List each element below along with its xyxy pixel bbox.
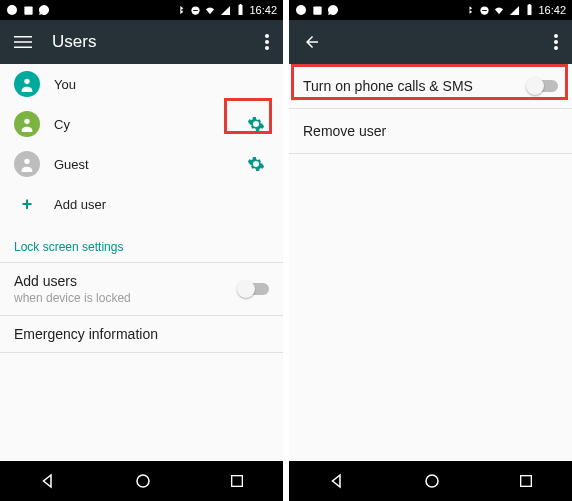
whatsapp-icon — [327, 4, 339, 16]
section-lock-screen: Lock screen settings — [0, 224, 283, 262]
battery-icon — [523, 4, 535, 16]
status-bar: 16:42 — [289, 0, 572, 20]
add-user-button[interactable]: + Add user — [0, 184, 283, 224]
more-icon[interactable] — [265, 34, 269, 50]
setting-title: Add users — [14, 273, 239, 289]
svg-rect-22 — [528, 4, 530, 5]
highlight-phone-sms — [291, 64, 568, 100]
svg-point-12 — [24, 79, 29, 84]
user-row[interactable]: Guest — [0, 144, 283, 184]
user-label: You — [54, 77, 229, 92]
svg-rect-16 — [231, 476, 242, 487]
svg-point-14 — [24, 159, 29, 164]
menu-icon[interactable] — [14, 33, 32, 51]
svg-rect-21 — [527, 5, 531, 15]
avatar-icon — [14, 111, 40, 137]
svg-point-17 — [296, 5, 306, 15]
svg-rect-4 — [238, 5, 242, 15]
back-icon[interactable] — [303, 33, 321, 51]
svg-rect-6 — [14, 36, 32, 38]
user-settings-button[interactable] — [243, 155, 269, 173]
nav-home-button[interactable] — [134, 472, 152, 490]
svg-rect-5 — [239, 4, 241, 5]
svg-point-26 — [426, 475, 438, 487]
nav-back-button[interactable] — [328, 472, 346, 490]
wifi-icon — [204, 4, 216, 16]
toolbar-title: Users — [52, 32, 245, 52]
signal-icon — [219, 4, 231, 16]
bluetooth-icon — [463, 4, 475, 16]
svg-point-23 — [554, 34, 558, 38]
dnd-icon — [478, 4, 490, 16]
svg-point-13 — [24, 119, 29, 124]
svg-rect-18 — [313, 6, 321, 14]
wifi-icon — [493, 4, 505, 16]
svg-point-10 — [265, 40, 269, 44]
add-user-label: Add user — [54, 197, 269, 212]
phone-right: 16:42 Turn on phone calls & SMS Remove u… — [289, 0, 572, 501]
svg-point-11 — [265, 46, 269, 50]
picture-icon — [311, 4, 323, 16]
svg-point-25 — [554, 46, 558, 50]
nav-recents-button[interactable] — [518, 473, 534, 489]
remove-user-row[interactable]: Remove user — [289, 109, 572, 154]
navigation-bar — [289, 461, 572, 501]
nav-back-button[interactable] — [39, 472, 57, 490]
picture-icon — [22, 4, 34, 16]
svg-rect-1 — [24, 6, 32, 14]
avatar-icon — [14, 71, 40, 97]
setting-title: Emergency information — [14, 326, 269, 342]
phone-left: 16:42 Users You Cy — [0, 0, 283, 501]
svg-rect-7 — [14, 41, 32, 43]
svg-point-15 — [137, 475, 149, 487]
status-time: 16:42 — [249, 4, 277, 16]
nav-recents-button[interactable] — [229, 473, 245, 489]
svg-rect-20 — [482, 10, 487, 11]
plus-icon: + — [14, 194, 40, 215]
option-label: Remove user — [303, 123, 558, 139]
svg-point-0 — [7, 5, 17, 15]
svg-rect-27 — [520, 476, 531, 487]
status-bar: 16:42 — [0, 0, 283, 20]
user-label: Cy — [54, 117, 229, 132]
svg-rect-8 — [14, 47, 32, 49]
messenger-icon — [6, 4, 18, 16]
setting-subtitle: when device is locked — [14, 291, 239, 305]
add-users-locked-row[interactable]: Add users when device is locked — [0, 262, 283, 316]
svg-point-24 — [554, 40, 558, 44]
toolbar — [289, 20, 572, 64]
avatar-icon — [14, 151, 40, 177]
user-label: Guest — [54, 157, 229, 172]
bluetooth-icon — [174, 4, 186, 16]
emergency-info-row[interactable]: Emergency information — [0, 316, 283, 353]
whatsapp-icon — [38, 4, 50, 16]
more-icon[interactable] — [554, 34, 558, 50]
nav-home-button[interactable] — [423, 472, 441, 490]
user-detail-content: Turn on phone calls & SMS Remove user — [289, 64, 572, 461]
signal-icon — [508, 4, 520, 16]
highlight-gear-cy — [224, 98, 272, 134]
navigation-bar — [0, 461, 283, 501]
svg-rect-3 — [193, 10, 198, 11]
toggle-add-users-locked[interactable] — [239, 283, 269, 295]
toolbar: Users — [0, 20, 283, 64]
svg-point-9 — [265, 34, 269, 38]
status-time: 16:42 — [538, 4, 566, 16]
battery-icon — [234, 4, 246, 16]
messenger-icon — [295, 4, 307, 16]
dnd-icon — [189, 4, 201, 16]
